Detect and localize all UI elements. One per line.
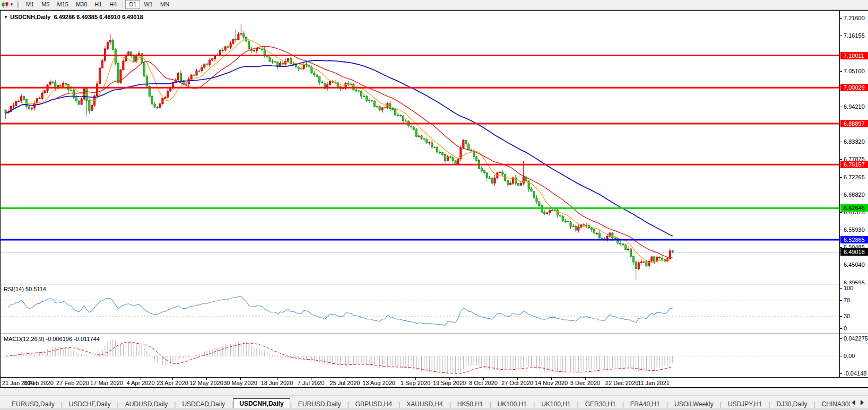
price-tick-label: 7.21600: [840, 15, 865, 22]
date-tick-label: 13 Aug 2020: [362, 380, 395, 386]
rsi-value: 50.5114: [25, 286, 46, 292]
price-tick-label: 0.00: [840, 353, 855, 360]
rsi-axis: 10070300: [839, 284, 868, 334]
date-tick-label: 14 Nov 2020: [535, 380, 568, 386]
price-tick-label: 6.94210: [840, 103, 865, 110]
rsi-panel: RSI(14) 50.5114 10070300: [0, 284, 868, 334]
tab-scroll-left-icon[interactable]: [852, 400, 855, 405]
timeframe-button-m5[interactable]: M5: [38, 0, 53, 9]
timeframe-button-w1[interactable]: W1: [140, 0, 157, 9]
tab-scroll-right-icon[interactable]: [861, 400, 864, 405]
date-tick-label: 23 Apr 2020: [157, 380, 188, 386]
price-tick-label: 0: [840, 325, 847, 332]
macd-canvas[interactable]: [1, 334, 839, 377]
date-tick-label: 8 Feb 2020: [24, 380, 54, 386]
date-tick-label: 19 Sep 2020: [433, 380, 466, 386]
chart-tab-bar: EURUSD,Daily|USDCHF,Daily|AUDUSD,Daily|U…: [0, 395, 868, 410]
timeframe-button-m1[interactable]: M1: [22, 0, 38, 9]
date-tick-label: 12 May 2020: [189, 380, 223, 386]
date-tick-label: 25 Jul 2020: [330, 380, 360, 386]
price-level-badge-5: 6.52865: [840, 236, 868, 243]
price-level-badge-1: 7.00029: [840, 84, 868, 91]
date-tick-label: 8 Oct 2020: [469, 380, 498, 386]
price-tick-label: 7.16155: [840, 32, 865, 39]
timeframe-buttons: M1M5M15M30H1H4D1W1MN: [22, 0, 173, 9]
timeframe-button-m15[interactable]: M15: [53, 0, 72, 9]
timeframe-toolbar: ▼ M1M5M15M30H1H4D1W1MN: [0, 0, 868, 10]
price-tick-label: -0.04148: [840, 370, 866, 377]
price-tick-label: 6.66820: [840, 191, 865, 198]
rsi-canvas[interactable]: [1, 284, 839, 333]
candlestick-glyph: [2, 2, 9, 8]
timeframe-button-m30[interactable]: M30: [72, 0, 91, 9]
macd-panel: MACD(12,26,9) -0.006196 -0.011744 0.0422…: [0, 334, 868, 378]
chart-header: ▼USDCNH,Daily 6.49286 6.49385 6.48910 6.…: [4, 14, 143, 20]
price-tick-label: 100: [840, 285, 853, 292]
timeframe-button-mn[interactable]: MN: [157, 0, 173, 9]
price-level-badge-3: 6.76157: [840, 161, 868, 168]
date-tick-label: 1 Sep 2020: [401, 380, 430, 386]
date-tick-label: 3 Dec 2020: [570, 380, 600, 386]
price-tick-label: 0.042275: [840, 335, 868, 342]
date-tick-label: 11 Jan 2021: [638, 380, 670, 386]
price-level-badge-4: 6.62646: [840, 204, 868, 212]
price-level-badge-2: 6.88897: [840, 120, 868, 127]
price-axis[interactable]: 7.216007.161557.051006.942106.833206.778…: [839, 11, 868, 284]
date-tick-label: 27 Oct 2020: [501, 380, 533, 386]
macd-values: -0.006196 -0.011744: [46, 336, 99, 342]
price-tick-label: 30: [840, 313, 850, 320]
collapse-triangle-icon[interactable]: ▼: [4, 15, 8, 20]
macd-axis: 0.0422750.00-0.04148: [839, 334, 868, 377]
time-axis[interactable]: 21 Jan 20208 Feb 202027 Feb 202017 Mar 2…: [0, 378, 868, 388]
price-tick-label: 6.83320: [840, 138, 865, 145]
main-chart-canvas[interactable]: [1, 11, 839, 284]
date-tick-label: 18 Jun 2020: [261, 380, 293, 386]
chevron-down-icon[interactable]: ▼: [10, 2, 14, 7]
date-tick-label: 4 Apr 2020: [126, 380, 154, 386]
date-tick-label: 22 Dec 2020: [605, 380, 638, 386]
price-level-badge-0: 7.10011: [840, 52, 868, 59]
chart-type-icon[interactable]: ▼: [2, 1, 14, 9]
price-tick-label: 6.45040: [840, 261, 865, 268]
timeframe-button-d1[interactable]: D1: [125, 0, 140, 9]
rsi-header: RSI(14) 50.5114: [4, 286, 46, 292]
date-tick-label: 17 Mar 2020: [90, 380, 123, 386]
date-tick-label: 30 May 2020: [223, 380, 257, 386]
timeframe-button-h1[interactable]: H1: [91, 0, 106, 9]
timeframe-button-h4[interactable]: H4: [106, 0, 120, 9]
toolbar-separator: [123, 1, 123, 8]
main-chart-panel: ▼USDCNH,Daily 6.49286 6.49385 6.48910 6.…: [0, 10, 868, 284]
price-tick-label: 6.55930: [840, 226, 865, 233]
toolbar-grip[interactable]: [17, 2, 19, 8]
chart-symbol-label: USDCNH,Daily: [10, 14, 50, 20]
price-tick-label: 70: [840, 297, 850, 304]
price-tick-label: 7.05100: [840, 68, 865, 75]
date-tick-label: 27 Feb 2020: [56, 380, 89, 386]
rsi-label: RSI(14): [4, 286, 24, 292]
price-tick-label: 6.72265: [840, 174, 865, 181]
current-price-badge: 6.49018: [840, 248, 868, 256]
macd-header: MACD(12,26,9) -0.006196 -0.011744: [4, 336, 100, 342]
date-tick-label: 7 Jul 2020: [298, 380, 325, 386]
chart-ohlc-values: 6.49286 6.49385 6.48910 6.49018: [54, 14, 143, 20]
tab-scroll-buttons: [850, 399, 866, 406]
macd-label: MACD(12,26,9): [4, 336, 44, 342]
